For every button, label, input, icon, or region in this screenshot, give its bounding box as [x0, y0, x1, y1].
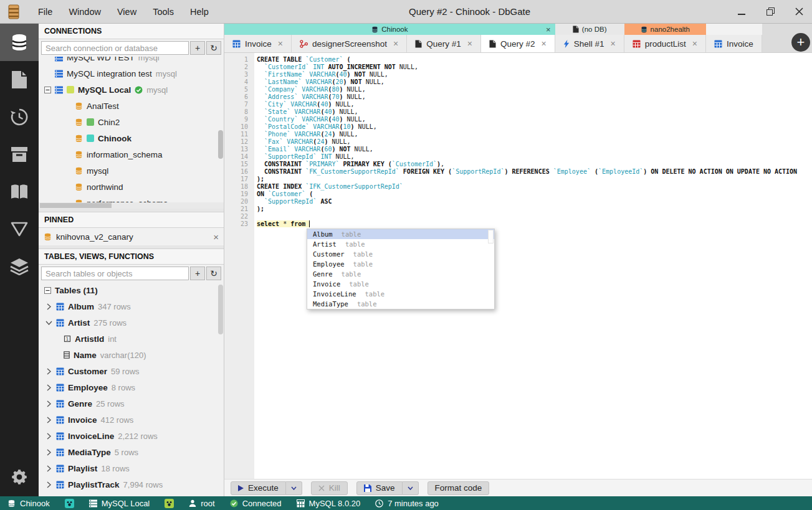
format-code-button[interactable]: Format code — [427, 481, 490, 495]
connection-item-mysql-integration-test[interactable]: MySQL integration testmysql — [39, 65, 224, 82]
code-line-12[interactable]: 12 `Fax` VARCHAR(24) NULL, — [224, 138, 812, 146]
connection-item-chinook[interactable]: Chinook — [39, 130, 224, 146]
table-item-mediatype[interactable]: MediaType5 rows — [39, 444, 224, 460]
table-item-invoiceline[interactable]: InvoiceLine2,212 rows — [39, 428, 224, 444]
menu-file[interactable]: File — [31, 4, 59, 19]
table-item-playlisttrack[interactable]: PlaylistTrack7,994 rows — [39, 476, 224, 493]
execute-button[interactable]: Execute — [231, 481, 286, 495]
autocomplete-item-genre[interactable]: Genretable — [307, 269, 494, 279]
table-item-genre[interactable]: Genre25 rows — [39, 395, 224, 412]
vertical-scrollbar[interactable] — [218, 130, 223, 159]
sql-editor[interactable]: 1CREATE TABLE `Customer` (2 `CustomerId`… — [224, 52, 812, 479]
code-line-19[interactable]: 19ON `Customer` ( — [224, 191, 812, 198]
menu-window[interactable]: Window — [62, 4, 108, 19]
code-line-21[interactable]: 21); — [224, 205, 812, 213]
status-server[interactable]: MySQL Local — [89, 499, 150, 508]
column-item-name[interactable]: Namevarchar(120) — [39, 347, 224, 363]
horizontal-scrollbar[interactable] — [39, 202, 224, 209]
settings-icon[interactable] — [0, 458, 39, 496]
code-line-16[interactable]: 16 CONSTRAINT `FK_CustomerSupportRepId` … — [224, 168, 812, 176]
connection-item-analtest[interactable]: AnalTest — [39, 98, 224, 114]
tab-invoice[interactable]: Invoice× — [224, 35, 292, 52]
pinned-item-knihovna-v2-canary[interactable]: knihovna_v2_canary× — [39, 228, 224, 245]
code-line-23[interactable]: 23select * from — [224, 220, 812, 228]
minimize-icon[interactable] — [735, 5, 748, 19]
close-tab-icon[interactable]: × — [692, 39, 697, 49]
refresh-tables-icon[interactable]: ↻ — [206, 267, 221, 280]
vertical-scrollbar[interactable] — [218, 285, 223, 334]
close-tab-icon[interactable]: × — [541, 39, 546, 49]
autocomplete-item-album[interactable]: Albumtable — [307, 229, 494, 239]
code-line-1[interactable]: 1CREATE TABLE `Customer` ( — [224, 56, 812, 64]
close-group-icon[interactable]: × — [546, 25, 551, 34]
tab-designerscreenshot[interactable]: designerScreenshot× — [292, 35, 407, 52]
server-color-chip[interactable] — [165, 499, 174, 508]
table-item-customer[interactable]: Customer59 rows — [39, 363, 224, 379]
close-icon[interactable] — [792, 5, 806, 19]
table-item-playlist[interactable]: Playlist18 rows — [39, 460, 224, 476]
connections-search-input[interactable] — [41, 41, 189, 55]
book-icon[interactable] — [0, 173, 39, 210]
code-line-17[interactable]: 17); — [224, 176, 812, 183]
unpin-icon[interactable]: × — [213, 232, 219, 242]
history-icon[interactable] — [0, 98, 39, 136]
menu-help[interactable]: Help — [183, 4, 216, 19]
tab-shell-1[interactable]: Shell #1× — [555, 35, 624, 52]
connection-item-mysql-wd-test[interactable]: MySQL WD TESTmysql — [39, 57, 224, 65]
tab-query-1[interactable]: Query #1× — [407, 35, 481, 52]
code-line-5[interactable]: 5 `Company` VARCHAR(80) NULL, — [224, 86, 812, 93]
archive-icon[interactable] — [0, 136, 39, 173]
restore-icon[interactable] — [763, 5, 777, 19]
column-item-artistid[interactable]: 1ArtistIdint — [39, 331, 224, 347]
save-button[interactable]: Save — [356, 481, 403, 495]
database-icon[interactable] — [0, 24, 39, 61]
menu-tools[interactable]: Tools — [146, 4, 181, 19]
code-line-3[interactable]: 3 `FirstName` VARCHAR(40) NOT NULL, — [224, 71, 812, 78]
close-tab-icon[interactable]: × — [393, 39, 398, 49]
autocomplete-item-employee[interactable]: Employeetable — [307, 259, 494, 269]
save-dropdown-button[interactable] — [403, 481, 419, 495]
code-line-8[interactable]: 8 `State` VARCHAR(40) NULL, — [224, 108, 812, 116]
close-tab-icon[interactable]: × — [610, 39, 615, 49]
new-tab-button[interactable]: + — [791, 33, 810, 52]
file-icon[interactable] — [0, 61, 39, 98]
table-item-invoice[interactable]: Invoice412 rows — [39, 412, 224, 428]
autocomplete-item-invoiceline[interactable]: InvoiceLinetable — [307, 289, 494, 299]
code-line-18[interactable]: 18CREATE INDEX `IFK_CustomerSupportRepId… — [224, 183, 812, 191]
table-item-employee[interactable]: Employee8 rows — [39, 379, 224, 395]
code-line-10[interactable]: 10 `PostalCode` VARCHAR(10) NULL, — [224, 123, 812, 131]
refresh-connections-icon[interactable]: ↻ — [206, 41, 221, 55]
database-color-chip[interactable] — [65, 499, 74, 508]
code-line-22[interactable]: 22 — [224, 213, 812, 220]
connection-item-mysql[interactable]: mysql — [39, 163, 224, 179]
code-line-20[interactable]: 20 `SupportRepId` ASC — [224, 198, 812, 205]
status-database[interactable]: Chinook — [7, 499, 50, 508]
table-item-album[interactable]: Album347 rows — [39, 298, 224, 314]
add-connection-button[interactable]: + — [190, 41, 205, 55]
autocomplete-item-mediatype[interactable]: MediaTypetable — [307, 299, 494, 309]
execute-dropdown-button[interactable] — [286, 481, 302, 495]
tab-productlist[interactable]: productList× — [624, 35, 706, 52]
code-line-9[interactable]: 9 `Country` VARCHAR(40) NULL, — [224, 116, 812, 123]
tables-search-input[interactable] — [41, 267, 189, 280]
connection-item-northwind[interactable]: northwind — [39, 179, 224, 195]
connection-item-mysql-local[interactable]: MySQL Localmysql — [39, 82, 224, 98]
code-line-15[interactable]: 15 CONSTRAINT `PRIMARY` PRIMARY KEY (`Cu… — [224, 161, 812, 168]
close-tab-icon[interactable]: × — [278, 39, 283, 49]
autocomplete-item-invoice[interactable]: Invoicetable — [307, 279, 494, 289]
code-line-13[interactable]: 13 `Email` VARCHAR(60) NOT NULL, — [224, 146, 812, 153]
autocomplete-item-customer[interactable]: Customertable — [307, 249, 494, 259]
connection-item-information-schema[interactable]: information_schema — [39, 146, 224, 163]
menu-view[interactable]: View — [110, 4, 143, 19]
tables-group[interactable]: Tables (11) — [39, 282, 224, 298]
code-line-7[interactable]: 7 `City` VARCHAR(40) NULL, — [224, 101, 812, 108]
autocomplete-scrollbar[interactable] — [488, 230, 494, 243]
autocomplete-item-artist[interactable]: Artisttable — [307, 239, 494, 249]
filter-icon[interactable] — [0, 210, 39, 248]
code-line-11[interactable]: 11 `Phone` VARCHAR(24) NULL, — [224, 131, 812, 138]
code-line-4[interactable]: 4 `LastName` VARCHAR(20) NOT NULL, — [224, 78, 812, 86]
add-table-button[interactable]: + — [190, 267, 205, 280]
layers-icon[interactable] — [0, 248, 39, 285]
code-line-14[interactable]: 14 `SupportRepId` INT NULL, — [224, 153, 812, 161]
code-line-2[interactable]: 2 `CustomerId` INT AUTO_INCREMENT NOT NU… — [224, 64, 812, 71]
